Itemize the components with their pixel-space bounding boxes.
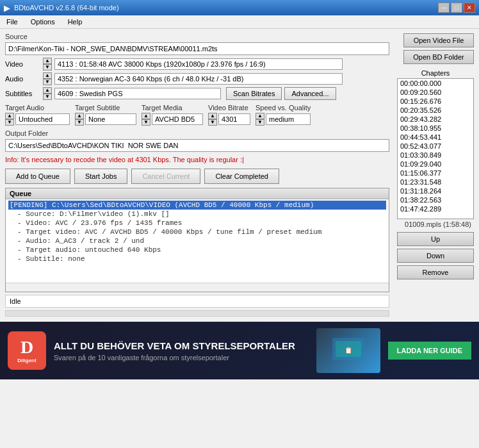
- add-to-queue-button[interactable]: Add to Queue: [5, 169, 70, 184]
- queue-down-button[interactable]: Down: [397, 249, 474, 263]
- subtitles-spinner-down[interactable]: ▼: [43, 94, 52, 100]
- chapter-item[interactable]: 00:38:10.955: [398, 124, 473, 133]
- audio-spinner-down[interactable]: ▼: [43, 79, 52, 85]
- queue-child-audio: - Audio: A_AC3 / track 2 / und: [8, 236, 386, 245]
- queue-child-video: - Video: AVC / 23.976 fps / 1435 frames: [8, 219, 386, 228]
- start-jobs-button[interactable]: Start Jobs: [74, 169, 128, 184]
- chapter-item[interactable]: 00:20:35.526: [398, 106, 473, 115]
- queue-section: Queue [PENDING] C:\Users\Sed\BDtoAVCHD\V…: [5, 188, 389, 292]
- queue-child-source: - Source: D:\Filmer\video (1).mkv []: [8, 210, 386, 219]
- title-bar: ▶ BDtoAVCHD v2.6.8 (64-bit mode) — □ ✕: [0, 0, 479, 15]
- ad-image: 📋: [316, 328, 380, 373]
- chapter-item[interactable]: 00:44:53.441: [398, 133, 473, 142]
- video-bitrate-label: Video Bitrate: [208, 104, 250, 112]
- queue-remove-button[interactable]: Remove: [397, 265, 474, 279]
- queue-up-button[interactable]: Up: [397, 232, 474, 246]
- target-subtitle-label: Target Subtitle: [75, 104, 136, 112]
- chapters-label: Chapters: [397, 69, 474, 77]
- chapter-item[interactable]: 00:29:43.282: [398, 115, 473, 124]
- target-audio-spinner-up[interactable]: ▲: [5, 113, 14, 119]
- ad-content: ALLT DU BEHÖVER VETA OM STYRELSEPORTALER…: [54, 340, 309, 361]
- output-folder-label: Output Folder: [5, 129, 389, 137]
- cancel-current-button[interactable]: Cancel Current: [131, 169, 200, 184]
- menu-options[interactable]: Options: [27, 17, 59, 27]
- source-label: Source: [5, 33, 389, 40]
- audio-label: Audio: [5, 75, 40, 83]
- chapters-list[interactable]: 00:00:00.000 00:09:20.560 00:15:26.676 0…: [397, 78, 474, 219]
- speed-spinner-up[interactable]: ▲: [256, 113, 264, 119]
- source-path-input[interactable]: [5, 42, 389, 55]
- ad-logo: D Diligent: [8, 331, 46, 370]
- chapter-item[interactable]: 01:03:30.849: [398, 151, 473, 160]
- menu-file[interactable]: File: [3, 17, 22, 27]
- ad-logo-sub: Diligent: [17, 358, 36, 363]
- target-audio-value: Untouched: [15, 113, 70, 125]
- chapter-item[interactable]: 01:23:31.548: [398, 178, 473, 187]
- clear-completed-button[interactable]: Clear Completed: [204, 169, 279, 184]
- target-subtitle-spinner-up[interactable]: ▲: [75, 113, 84, 119]
- queue-pending-item[interactable]: [PENDING] C:\Users\Sed\BDtoAVCHD\VIDEO (…: [8, 201, 386, 210]
- speed-spinner-down[interactable]: ▼: [256, 119, 264, 126]
- target-media-spinner-down[interactable]: ▼: [142, 119, 150, 126]
- queue-child-target-video: - Target video: AVC / AVCHD BD5 / 40000 …: [8, 228, 386, 236]
- advanced-button[interactable]: Advanced...: [284, 87, 336, 100]
- ad-title: ALLT DU BEHÖVER VETA OM STYRELSEPORTALER: [54, 340, 309, 351]
- bitrate-spinner-up[interactable]: ▲: [208, 113, 217, 119]
- status-bar: Idle: [5, 295, 389, 308]
- app-icon: ▶: [4, 3, 10, 13]
- audio-spinner-up[interactable]: ▲: [43, 72, 52, 79]
- chapters-panel: Chapters 00:00:00.000 00:09:20.560 00:15…: [397, 69, 474, 279]
- progress-bar: [5, 310, 389, 317]
- video-label: Video: [5, 60, 40, 68]
- chapter-item[interactable]: 00:15:26.676: [398, 97, 473, 106]
- bitrate-spinner-down[interactable]: ▼: [208, 119, 217, 126]
- maximize-button[interactable]: □: [451, 3, 462, 13]
- chapter-item[interactable]: 01:31:18.264: [398, 187, 473, 195]
- target-audio-label: Target Audio: [5, 104, 70, 112]
- target-subtitle-spinner-down[interactable]: ▼: [75, 119, 84, 126]
- chapter-item[interactable]: 01:15:06.377: [398, 169, 473, 178]
- chapter-item[interactable]: 01:38:22.563: [398, 195, 473, 204]
- subtitles-value: 4609 : Swedish PGS: [54, 88, 221, 99]
- minimize-button[interactable]: —: [438, 3, 450, 13]
- audio-value: 4352 : Norwegian AC-3 640 Kbps (6 ch / 4…: [54, 73, 343, 85]
- menu-help[interactable]: Help: [64, 17, 86, 27]
- output-path-input[interactable]: [5, 139, 389, 152]
- video-spinner-up[interactable]: ▲: [43, 58, 52, 64]
- bitrate-value: 4301: [218, 113, 250, 125]
- chapter-item[interactable]: 01:09:29.040: [398, 160, 473, 169]
- ad-logo-letter: D: [20, 338, 33, 356]
- video-spinner-down[interactable]: ▼: [43, 64, 52, 71]
- queue-child-subtitle: - Subtitle: none: [8, 254, 386, 263]
- open-bd-folder-button[interactable]: Open BD Folder: [403, 50, 474, 64]
- subtitles-label: Subtitles: [5, 90, 40, 97]
- queue-tree[interactable]: [PENDING] C:\Users\Sed\BDtoAVCHD\VIDEO (…: [6, 199, 389, 283]
- chapter-item[interactable]: 01:47:42.289: [398, 204, 473, 213]
- ad-banner: D Diligent ALLT DU BEHÖVER VETA OM STYRE…: [0, 322, 479, 379]
- queue-side-buttons: Up Down Remove: [397, 232, 474, 279]
- status-text: Idle: [10, 297, 21, 305]
- window-title: BDtoAVCHD v2.6.8 (64-bit mode): [14, 4, 119, 12]
- target-audio-spinner-down[interactable]: ▼: [5, 119, 14, 126]
- queue-horizontal-scrollbar[interactable]: [6, 283, 389, 292]
- chapters-footer: 01009.mpls (1:58:48): [397, 219, 474, 229]
- scan-bitrates-button[interactable]: Scan Bitrates: [226, 87, 282, 100]
- chapter-item[interactable]: 00:09:20.560: [398, 88, 473, 97]
- chapter-item[interactable]: 00:52:43.077: [398, 142, 473, 151]
- ad-subtitle: Svaren på de 10 vanligaste frågorna om s…: [54, 354, 309, 361]
- menu-bar: File Options Help: [0, 15, 479, 29]
- subtitles-spinner-up[interactable]: ▲: [43, 87, 52, 94]
- queue-child-target-audio: - Target audio: untouched 640 Kbps: [8, 245, 386, 254]
- speed-quality-label: Speed vs. Quality: [256, 104, 311, 112]
- video-value: 4113 : 01:58:48 AVC 38000 Kbps (1920x108…: [54, 58, 343, 70]
- ad-cta-button[interactable]: LADDA NER GUIDE: [388, 342, 471, 360]
- open-video-file-button[interactable]: Open Video File: [403, 33, 474, 47]
- target-media-value: AVCHD BD5: [152, 113, 203, 125]
- close-button[interactable]: ✕: [464, 3, 475, 13]
- right-open-buttons: Open Video File Open BD Folder: [403, 33, 474, 64]
- target-media-label: Target Media: [142, 104, 203, 112]
- info-message: Info: It's necessary to recode the video…: [5, 154, 389, 165]
- chapter-item[interactable]: 00:00:00.000: [398, 79, 473, 88]
- svg-text:📋: 📋: [345, 346, 353, 354]
- target-media-spinner-up[interactable]: ▲: [142, 113, 150, 119]
